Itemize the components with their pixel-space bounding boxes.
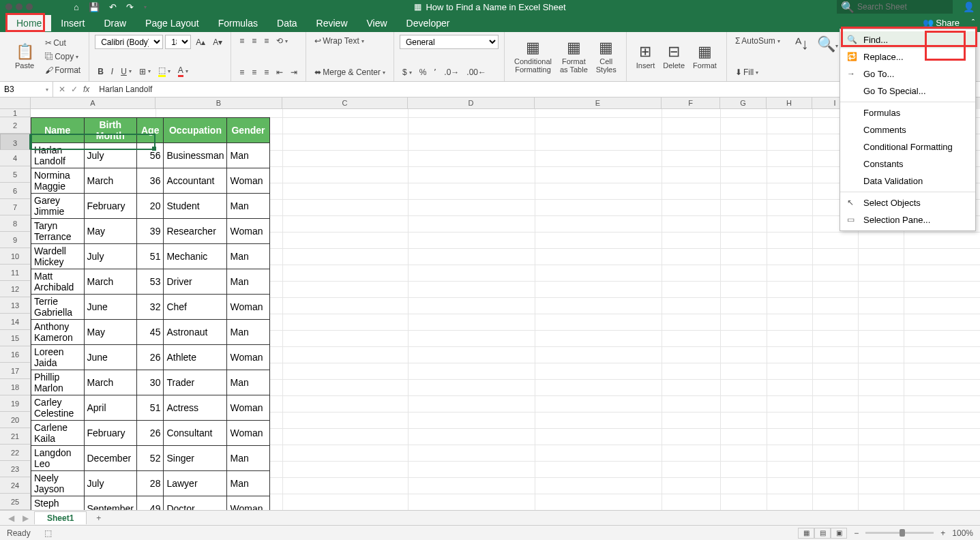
view-buttons[interactable]: ▦ ▤ ▣ [798,528,847,539]
row-header-2[interactable]: 2 [0,117,31,134]
cell[interactable]: February [84,194,136,219]
cell[interactable]: 26 [136,421,163,446]
col-header-E[interactable]: E [535,97,662,109]
cell[interactable]: 56 [136,143,163,168]
col-header-C[interactable]: C [282,97,408,109]
col-header-H[interactable]: H [767,97,812,109]
row-header-4[interactable]: 4 [0,150,31,166]
cell[interactable]: July [84,143,136,168]
formula-text[interactable]: Harlan Landolf [95,85,152,94]
cell[interactable]: Neely Jayson [31,471,85,496]
table-row[interactable]: Carlene KailaFebruary26ConsultantWoman [31,421,270,446]
row-header-15[interactable]: 15 [0,330,31,346]
fx-icon[interactable]: fx [83,85,89,94]
table-row[interactable]: Steph AlisiaSeptember49DoctorWoman [31,496,270,511]
cell[interactable]: 49 [136,496,163,511]
menu-item-conditional-formatting[interactable]: Conditional Formatting [840,138,975,155]
table-row[interactable]: Anthony KameronMay45AstronautMan [31,320,270,345]
data-table[interactable]: NameBirth MonthAgeOccupationGenderHarlan… [31,117,270,510]
table-row[interactable]: Loreen JaidaJune26AthleteWoman [31,345,270,370]
cell[interactable]: Harlan Landolf [31,143,85,168]
cell[interactable]: Steph Alisia [31,496,85,511]
qat-dropdown-icon[interactable]: ▾ [144,4,147,10]
decrease-indent-button[interactable]: ⇤ [273,66,286,78]
tab-view[interactable]: View [357,15,397,31]
row-header-18[interactable]: 18 [0,379,31,395]
cell[interactable]: 28 [136,471,163,496]
autosum-button[interactable]: Σ AutoSum▾ [732,35,783,47]
cell[interactable]: December [84,446,136,471]
search-input[interactable] [857,2,953,12]
cell[interactable]: Mechanic [164,244,227,269]
cell[interactable]: Woman [227,395,269,421]
cell[interactable]: Doctor [164,496,227,511]
menu-item-select-objects[interactable]: ↖Select Objects [840,194,975,211]
row-header-22[interactable]: 22 [0,445,31,461]
col-header-D[interactable]: D [408,97,535,109]
cell[interactable]: Woman [227,219,269,244]
cell[interactable]: Loreen Jaida [31,345,85,370]
insert-cell-button[interactable]: ⊞Insert [632,35,659,78]
spreadsheet-grid[interactable]: ABCDEFGHIJ 12345678910111213141516171819… [0,97,980,510]
cell[interactable]: February [84,421,136,446]
cell[interactable]: July [84,244,136,269]
cell[interactable]: Man [227,370,269,395]
cell[interactable]: March [84,269,136,295]
menu-item-comments[interactable]: Comments [840,121,975,138]
border-button[interactable]: ⊞▾ [136,65,153,78]
col-header-F[interactable]: F [662,97,720,109]
cell[interactable]: Man [227,244,269,269]
search-sheet[interactable]: 🔍 [837,0,953,15]
cell[interactable]: Athlete [164,345,227,370]
tab-home[interactable]: Home [7,15,51,31]
zoom-level[interactable]: 100% [952,528,973,538]
cell[interactable]: Taryn Terrance [31,219,85,244]
table-row[interactable]: Neely JaysonJuly28LawyerMan [31,471,270,496]
row-header-19[interactable]: 19 [0,395,31,412]
row-header-7[interactable]: 7 [0,199,31,215]
cell[interactable]: Lawyer [164,471,227,496]
cell[interactable]: Trader [164,370,227,395]
cell[interactable]: Woman [227,345,269,370]
row-header-3[interactable]: 3 [0,134,31,150]
cell[interactable]: Astronaut [164,320,227,345]
font-family-select[interactable]: Calibri (Body) [95,35,163,49]
number-format-select[interactable]: General [400,35,499,49]
tab-page-layout[interactable]: Page Layout [136,15,209,31]
collapse-ribbon-icon[interactable]: ˆ [972,18,975,28]
table-row[interactable]: Taryn TerranceMay39ResearcherWoman [31,219,270,244]
cut-button[interactable]: ✂Cut [42,37,83,49]
col-header-B[interactable]: B [155,97,282,109]
row-header-13[interactable]: 13 [0,297,31,314]
row-header-20[interactable]: 20 [0,412,31,428]
table-row[interactable]: Phillip MarlonMarch30TraderMan [31,370,270,395]
row-header-6[interactable]: 6 [0,183,31,199]
close-dot[interactable] [5,3,12,10]
row-header-10[interactable]: 10 [0,248,31,265]
cell[interactable]: May [84,219,136,244]
percent-button[interactable]: % [417,66,430,78]
cell[interactable]: 45 [136,320,163,345]
select-all-corner[interactable] [0,97,31,109]
table-row[interactable]: Garey JimmieFebruary20StudentMan [31,194,270,219]
menu-item-find[interactable]: 🔍Find... [840,31,975,48]
find-select-button[interactable]: 🔍 ▾ [813,35,840,54]
cell[interactable]: Phillip Marlon [31,370,85,395]
delete-cell-button[interactable]: ⊟Delete [659,35,689,78]
row-header-14[interactable]: 14 [0,314,31,330]
zoom-slider[interactable] [865,532,934,534]
row-header-12[interactable]: 12 [0,281,31,297]
cell[interactable]: Woman [227,421,269,446]
cell[interactable]: 52 [136,446,163,471]
header-name[interactable]: Name [31,118,85,143]
fill-color-button[interactable]: ⬚▾ [155,64,173,78]
min-dot[interactable] [16,3,23,10]
align-bottom-button[interactable]: ≡ [261,35,271,47]
cell[interactable]: Man [227,446,269,471]
cell[interactable]: Carlene Kaila [31,421,85,446]
table-row[interactable]: Matt ArchibaldMarch53DriverMan [31,269,270,295]
align-left-button[interactable]: ≡ [237,66,247,78]
row-header-25[interactable]: 25 [0,494,31,510]
increase-font-button[interactable]: A▴ [193,36,208,48]
cell[interactable]: 51 [136,395,163,421]
